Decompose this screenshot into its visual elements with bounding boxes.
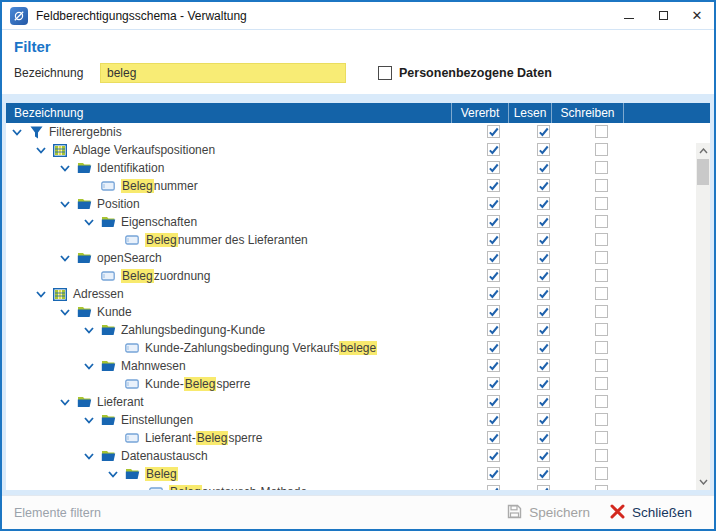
vererbt-checkbox[interactable]	[487, 449, 500, 462]
tree-row[interactable]: Belegnummer	[6, 177, 696, 195]
schreiben-checkbox[interactable]	[595, 197, 608, 210]
schreiben-checkbox[interactable]	[595, 305, 608, 318]
schreiben-checkbox[interactable]	[595, 251, 608, 264]
vererbt-checkbox[interactable]	[487, 143, 500, 156]
schreiben-checkbox[interactable]	[595, 431, 608, 444]
lesen-checkbox[interactable]	[537, 287, 550, 300]
schreiben-checkbox[interactable]	[595, 179, 608, 192]
tree-row[interactable]: Mahnwesen	[6, 357, 696, 375]
schreiben-checkbox[interactable]	[595, 143, 608, 156]
vererbt-checkbox[interactable]	[487, 233, 500, 246]
schreiben-checkbox[interactable]	[595, 413, 608, 426]
vererbt-checkbox[interactable]	[487, 323, 500, 336]
lesen-checkbox[interactable]	[537, 161, 550, 174]
tree-row[interactable]: Filterergebnis	[6, 123, 696, 141]
elemente-filtern-field[interactable]: Elemente filtern	[14, 506, 497, 520]
chevron-down-icon[interactable]	[36, 147, 46, 154]
column-header-bezeichnung[interactable]: Bezeichnung	[6, 103, 451, 123]
chevron-down-icon[interactable]	[108, 471, 118, 478]
vererbt-checkbox[interactable]	[487, 305, 500, 318]
schreiben-checkbox[interactable]	[595, 467, 608, 480]
lesen-checkbox[interactable]	[537, 215, 550, 228]
chevron-down-icon[interactable]	[84, 219, 94, 226]
schreiben-checkbox[interactable]	[595, 233, 608, 246]
vererbt-checkbox[interactable]	[487, 179, 500, 192]
tree-row[interactable]: Belegnummer des Lieferanten	[6, 231, 696, 249]
chevron-down-icon[interactable]	[60, 255, 70, 262]
schreiben-checkbox[interactable]	[595, 125, 608, 138]
vererbt-checkbox[interactable]	[487, 215, 500, 228]
schreiben-checkbox[interactable]	[595, 341, 608, 354]
chevron-down-icon[interactable]	[60, 201, 70, 208]
schreiben-checkbox[interactable]	[595, 377, 608, 390]
tree-row[interactable]: Ablage Verkaufspositionen	[6, 141, 696, 159]
tree-row[interactable]: Kunde-Belegsperre	[6, 375, 696, 393]
chevron-down-icon[interactable]	[84, 417, 94, 424]
tree-row[interactable]: Einstellungen	[6, 411, 696, 429]
schreiben-checkbox[interactable]	[595, 269, 608, 282]
column-header-lesen[interactable]: Lesen	[508, 103, 551, 123]
tree-row[interactable]: Identifikation	[6, 159, 696, 177]
tree-row[interactable]: Position	[6, 195, 696, 213]
schreiben-checkbox[interactable]	[595, 485, 608, 490]
vererbt-checkbox[interactable]	[487, 341, 500, 354]
tree-row[interactable]: Datenaustausch	[6, 447, 696, 465]
lesen-checkbox[interactable]	[537, 269, 550, 282]
vertical-scrollbar[interactable]	[696, 143, 710, 490]
vererbt-checkbox[interactable]	[487, 269, 500, 282]
lesen-checkbox[interactable]	[537, 305, 550, 318]
scrollbar-thumb[interactable]	[697, 159, 709, 185]
tree-row[interactable]: openSearch	[6, 249, 696, 267]
maximize-button[interactable]	[646, 2, 680, 30]
schreiben-checkbox[interactable]	[595, 215, 608, 228]
schreiben-checkbox[interactable]	[595, 161, 608, 174]
bezeichnung-input[interactable]	[100, 63, 346, 83]
tree-row[interactable]: Adressen	[6, 285, 696, 303]
vererbt-checkbox[interactable]	[487, 197, 500, 210]
tree-row[interactable]: Beleg	[6, 465, 696, 483]
vererbt-checkbox[interactable]	[487, 413, 500, 426]
column-header-schreiben[interactable]: Schreiben	[551, 103, 623, 123]
vererbt-checkbox[interactable]	[487, 251, 500, 264]
chevron-down-icon[interactable]	[60, 165, 70, 172]
lesen-checkbox[interactable]	[537, 359, 550, 372]
lesen-checkbox[interactable]	[537, 377, 550, 390]
vererbt-checkbox[interactable]	[487, 395, 500, 408]
tree-row[interactable]: Lieferant-Belegsperre	[6, 429, 696, 447]
minimize-button[interactable]	[612, 2, 646, 30]
tree-row[interactable]: Belegaustausch-Methode	[6, 483, 696, 490]
schreiben-checkbox[interactable]	[595, 323, 608, 336]
tree-row[interactable]: Zahlungsbedingung-Kunde	[6, 321, 696, 339]
close-dialog-button[interactable]: Schließen	[600, 504, 702, 522]
vererbt-checkbox[interactable]	[487, 431, 500, 444]
close-button[interactable]: ✕	[680, 2, 714, 30]
chevron-down-icon[interactable]	[60, 309, 70, 316]
schreiben-checkbox[interactable]	[595, 359, 608, 372]
tree-row[interactable]: Lieferant	[6, 393, 696, 411]
vererbt-checkbox[interactable]	[487, 161, 500, 174]
schreiben-checkbox[interactable]	[595, 449, 608, 462]
lesen-checkbox[interactable]	[537, 179, 550, 192]
lesen-checkbox[interactable]	[537, 431, 550, 444]
lesen-checkbox[interactable]	[537, 485, 550, 490]
personenbezogene-daten-checkbox[interactable]	[378, 66, 392, 80]
lesen-checkbox[interactable]	[537, 449, 550, 462]
vererbt-checkbox[interactable]	[487, 359, 500, 372]
lesen-checkbox[interactable]	[537, 125, 550, 138]
chevron-down-icon[interactable]	[84, 363, 94, 370]
lesen-checkbox[interactable]	[537, 395, 550, 408]
vererbt-checkbox[interactable]	[487, 287, 500, 300]
scroll-up-icon[interactable]	[696, 144, 710, 158]
vererbt-checkbox[interactable]	[487, 485, 500, 490]
tree-row[interactable]: Eigenschaften	[6, 213, 696, 231]
lesen-checkbox[interactable]	[537, 233, 550, 246]
schreiben-checkbox[interactable]	[595, 395, 608, 408]
chevron-down-icon[interactable]	[84, 327, 94, 334]
lesen-checkbox[interactable]	[537, 413, 550, 426]
lesen-checkbox[interactable]	[537, 467, 550, 480]
chevron-down-icon[interactable]	[60, 399, 70, 406]
lesen-checkbox[interactable]	[537, 251, 550, 264]
lesen-checkbox[interactable]	[537, 197, 550, 210]
scroll-down-icon[interactable]	[696, 475, 710, 489]
schreiben-checkbox[interactable]	[595, 287, 608, 300]
